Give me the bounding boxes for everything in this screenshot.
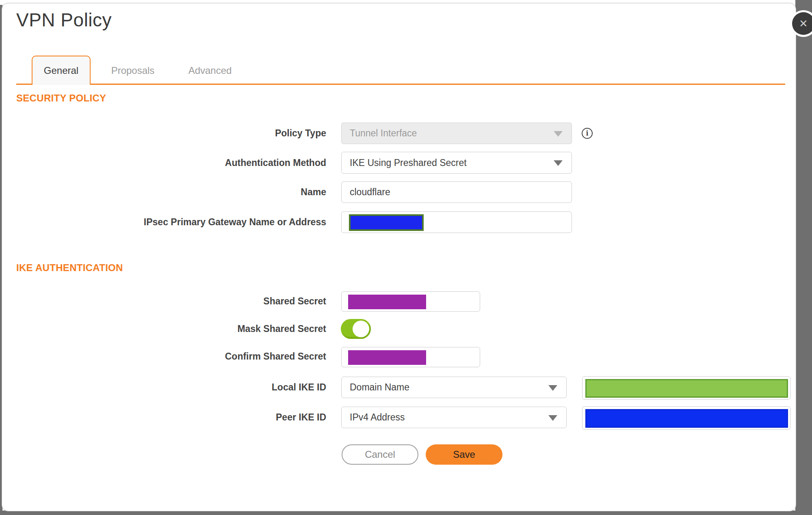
peer-ike-id-type-value: IPv4 Address bbox=[350, 412, 405, 423]
page-title: VPN Policy bbox=[16, 9, 112, 31]
authentication-method-value: IKE Using Preshared Secret bbox=[350, 157, 467, 168]
tab-advanced-label: Advanced bbox=[188, 65, 232, 76]
peer-ike-id-redaction-block bbox=[585, 409, 788, 428]
cancel-button[interactable]: Cancel bbox=[342, 444, 418, 465]
chevron-down-icon bbox=[554, 160, 563, 166]
info-icon-glyph: i bbox=[586, 129, 588, 137]
policy-type-label: Policy Type bbox=[0, 127, 326, 140]
close-button[interactable]: ✕ bbox=[792, 12, 812, 35]
mask-shared-secret-toggle[interactable] bbox=[341, 319, 371, 339]
tab-general[interactable]: General bbox=[32, 56, 91, 85]
gateway-redaction-block bbox=[349, 214, 424, 231]
name-label: Name bbox=[0, 185, 326, 198]
gateway-input[interactable] bbox=[341, 211, 572, 233]
shared-secret-input[interactable] bbox=[341, 291, 480, 312]
cancel-button-label: Cancel bbox=[365, 449, 395, 460]
save-button[interactable]: Save bbox=[426, 444, 502, 465]
peer-ike-id-label: Peer IKE ID bbox=[0, 411, 326, 424]
chevron-down-icon bbox=[548, 415, 557, 421]
authentication-method-label: Authentication Method bbox=[0, 156, 326, 169]
local-ike-id-select[interactable]: Domain Name bbox=[341, 377, 567, 398]
local-ike-id-redaction-block bbox=[585, 379, 788, 398]
confirm-shared-secret-input[interactable] bbox=[341, 347, 480, 367]
tab-general-label: General bbox=[44, 65, 78, 76]
tab-underline-right bbox=[90, 84, 785, 85]
policy-type-select[interactable]: Tunnel Interface bbox=[341, 123, 572, 144]
page-background-right bbox=[795, 0, 812, 515]
name-input-value: cloudflare bbox=[350, 187, 390, 198]
confirm-shared-secret-redaction-block bbox=[348, 350, 426, 365]
confirm-shared-secret-label: Confirm Shared Secret bbox=[0, 350, 326, 363]
tab-advanced[interactable]: Advanced bbox=[183, 58, 237, 83]
name-input[interactable]: cloudflare bbox=[341, 181, 572, 203]
local-ike-id-label: Local IKE ID bbox=[0, 381, 326, 394]
chevron-down-icon bbox=[554, 131, 563, 137]
vpn-policy-dialog-screen: VPN Policy ✕ General Proposals Advanced … bbox=[0, 0, 812, 515]
chevron-down-icon bbox=[548, 385, 557, 391]
gateway-label: IPsec Primary Gateway Name or Address bbox=[0, 215, 326, 228]
authentication-method-select[interactable]: IKE Using Preshared Secret bbox=[341, 152, 572, 174]
policy-type-value: Tunnel Interface bbox=[350, 128, 417, 139]
tab-proposals-label: Proposals bbox=[111, 65, 155, 76]
peer-ike-id-value-input[interactable] bbox=[582, 406, 790, 430]
section-heading-security-policy: SECURITY POLICY bbox=[16, 93, 106, 104]
section-heading-ike-authentication: IKE AUTHENTICATION bbox=[16, 262, 123, 274]
shared-secret-redaction-block bbox=[348, 295, 426, 309]
local-ike-id-value-input[interactable] bbox=[582, 376, 790, 400]
shared-secret-label: Shared Secret bbox=[0, 295, 326, 308]
tab-underline-left bbox=[16, 84, 32, 85]
local-ike-id-type-value: Domain Name bbox=[350, 382, 409, 393]
close-icon: ✕ bbox=[799, 18, 808, 29]
mask-shared-secret-label: Mask Shared Secret bbox=[0, 322, 326, 335]
peer-ike-id-select[interactable]: IPv4 Address bbox=[341, 407, 567, 428]
tab-proposals[interactable]: Proposals bbox=[106, 58, 160, 83]
save-button-label: Save bbox=[453, 449, 475, 460]
toggle-knob bbox=[353, 321, 369, 337]
info-icon[interactable]: i bbox=[582, 128, 593, 139]
